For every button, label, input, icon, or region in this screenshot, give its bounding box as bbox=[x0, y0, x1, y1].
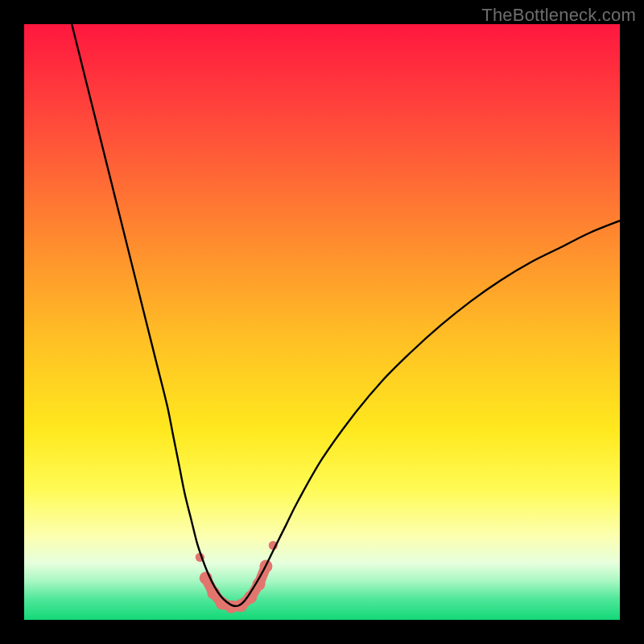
chart-frame: TheBottleneck.com bbox=[0, 0, 644, 644]
curve-layer bbox=[24, 24, 620, 620]
watermark-label: TheBottleneck.com bbox=[481, 5, 636, 26]
marker-cluster bbox=[196, 541, 278, 613]
bottleneck-curve bbox=[72, 24, 620, 606]
plot-area bbox=[24, 24, 620, 620]
